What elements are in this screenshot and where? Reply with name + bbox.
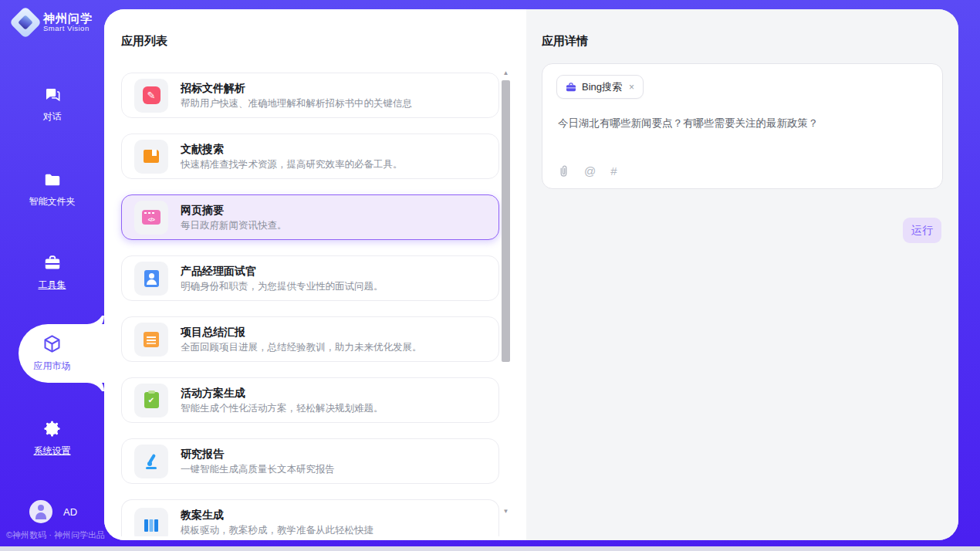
app-card-title: 文献搜索: [181, 142, 403, 156]
content-shell: 应用列表 ✎ 招标文件解析 帮助用户快速、准确地理解和解析招标书中的关键信息 文…: [104, 9, 958, 540]
app-window: 神州问学 Smart Vision 对话 智能文件夹 工具集: [0, 0, 980, 551]
app-card-title: 招标文件解析: [181, 81, 412, 95]
run-button[interactable]: 运行: [903, 218, 941, 243]
note-icon: [134, 323, 168, 357]
brand-diamond-icon: [9, 6, 42, 39]
app-card-desc: 模板驱动，教案秒成，教学准备从此轻松快捷: [181, 524, 373, 536]
browser-code-icon: </>: [134, 201, 168, 235]
app-card-list: ✎ 招标文件解析 帮助用户快速、准确地理解和解析招标书中的关键信息 文献搜索 快…: [121, 73, 499, 536]
app-card-lesson-plan[interactable]: 教案生成 模板驱动，教案秒成，教学准备从此轻松快捷: [121, 499, 499, 536]
composer-card[interactable]: Bing搜索 × 今日湖北有哪些新闻要点？有哪些需要关注的最新政策？ @ #: [542, 63, 943, 189]
attachment-icon[interactable]: [558, 164, 569, 177]
sidebar-item-label: 系统设置: [0, 445, 104, 458]
user-account[interactable]: AD: [29, 500, 77, 523]
sidebar: 神州问学 Smart Vision 对话 智能文件夹 工具集: [0, 0, 104, 546]
app-card-project-summary[interactable]: 项目总结汇报 全面回顾项目进展，总结经验教训，助力未来优化发展。: [121, 316, 499, 362]
sidebar-item-label: 工具集: [0, 279, 104, 292]
composer-toolbar: @ #: [558, 164, 617, 177]
app-card-desc: 每日政府新闻资讯快查。: [181, 219, 287, 232]
user-avatar-icon: [29, 500, 52, 523]
sidebar-item-label: 应用市场: [0, 360, 104, 373]
app-detail-panel: 应用详情 Bing搜索 × 今日湖北有哪些新闻要点？有哪些需要关注的最新政策？ …: [526, 9, 958, 540]
app-card-literature-search[interactable]: 文献搜索 快速精准查找学术资源，提高研究效率的必备工具。: [121, 134, 499, 179]
app-card-title: 网页摘要: [181, 203, 287, 217]
app-card-title: 项目总结汇报: [181, 325, 422, 339]
sidebar-item-toolset[interactable]: 工具集: [0, 253, 104, 292]
sidebar-item-chat[interactable]: 对话: [0, 85, 104, 123]
app-card-desc: 明确身份和职责，为您提供专业性的面试问题。: [181, 280, 384, 293]
scroll-up-arrow-icon[interactable]: ▲: [501, 69, 511, 77]
sidebar-item-settings[interactable]: 系统设置: [0, 418, 104, 458]
app-card-desc: 快速精准查找学术资源，提高研究效率的必备工具。: [181, 158, 403, 171]
tool-tag-label: Bing搜索: [582, 80, 622, 94]
scrollbar-thumb[interactable]: [502, 80, 510, 362]
scroll-down-arrow-icon[interactable]: ▼: [501, 508, 511, 516]
sidebar-item-smart-folder[interactable]: 智能文件夹: [0, 170, 104, 208]
briefcase-icon: [566, 82, 576, 93]
close-icon[interactable]: ×: [629, 82, 634, 93]
scrollbar: ▲ ▼: [501, 69, 511, 516]
sidebar-item-label: 对话: [0, 110, 104, 123]
bottom-edge-strip: [0, 546, 980, 551]
app-card-event-plan[interactable]: ✔ 活动方案生成 智能生成个性化活动方案，轻松解决规划难题。: [121, 377, 499, 423]
app-card-title: 活动方案生成: [181, 386, 384, 400]
folder-icon: [0, 170, 104, 190]
app-card-title: 教案生成: [181, 508, 373, 522]
app-card-desc: 智能生成个性化活动方案，轻松解决规划难题。: [181, 402, 384, 415]
app-card-pm-interviewer[interactable]: 产品经理面试官 明确身份和职责，为您提供专业性的面试问题。: [121, 255, 499, 301]
cube-icon: [0, 333, 104, 354]
app-card-tender-parse[interactable]: ✎ 招标文件解析 帮助用户快速、准确地理解和解析招标书中的关键信息: [121, 73, 499, 118]
toolbox-icon: [0, 253, 104, 273]
chat-icon: [0, 85, 104, 105]
book-icon: [134, 140, 168, 174]
app-card-title: 产品经理面试官: [181, 264, 384, 278]
sidebar-item-app-market[interactable]: 应用市场: [0, 333, 104, 373]
books-icon: [134, 508, 168, 536]
app-card-desc: 全面回顾项目进展，总结经验教训，助力未来优化发展。: [181, 341, 422, 354]
brand-subtitle: Smart Vision: [43, 25, 93, 32]
clipboard-check-icon: ✔: [134, 384, 168, 417]
microscope-icon: [134, 445, 168, 478]
app-card-web-summary[interactable]: </> 网页摘要 每日政府新闻资讯快查。: [121, 194, 499, 240]
app-card-research-report[interactable]: 研究报告 一键智能生成高质量长文本研究报告: [121, 438, 499, 484]
user-initials: AD: [63, 506, 77, 518]
app-card-desc: 一键智能生成高质量长文本研究报告: [181, 463, 335, 476]
copyright-text: ©神州数码 · 神州问学出品: [6, 529, 104, 541]
person-doc-icon: [134, 262, 168, 296]
sidebar-item-label: 智能文件夹: [0, 195, 104, 208]
app-card-title: 研究报告: [181, 447, 335, 461]
brand-logo: 神州问学 Smart Vision: [14, 11, 93, 34]
gear-icon: [0, 418, 104, 439]
query-text-input[interactable]: 今日湖北有哪些新闻要点？有哪些需要关注的最新政策？: [558, 117, 927, 130]
mention-icon[interactable]: @: [584, 164, 596, 177]
app-list-title: 应用列表: [121, 34, 167, 49]
app-list-panel: 应用列表 ✎ 招标文件解析 帮助用户快速、准确地理解和解析招标书中的关键信息 文…: [104, 9, 526, 540]
tool-tag-bing-search[interactable]: Bing搜索 ×: [556, 75, 644, 99]
pen-icon: ✎: [134, 79, 168, 113]
app-card-desc: 帮助用户快速、准确地理解和解析招标书中的关键信息: [181, 97, 412, 110]
brand-name: 神州问学: [43, 12, 93, 25]
hash-icon[interactable]: #: [610, 164, 617, 177]
app-detail-title: 应用详情: [542, 34, 588, 49]
